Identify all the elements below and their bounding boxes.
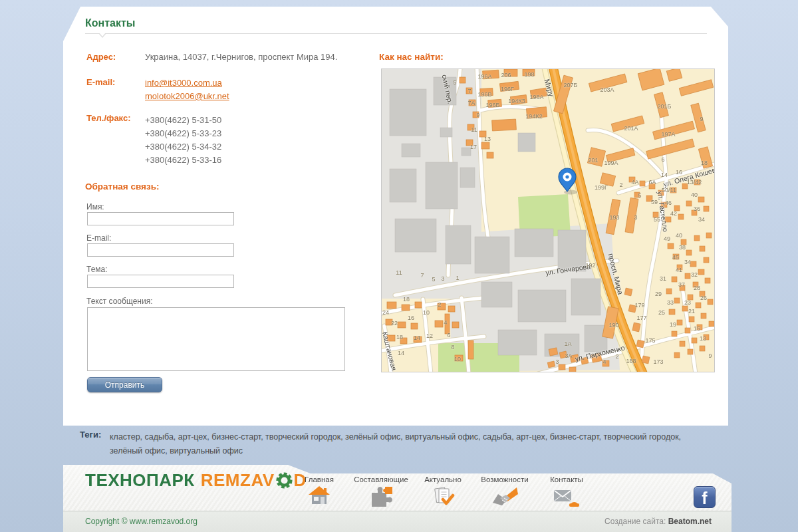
copyright-bar: Copyright © www.remzavod.org Создание са… bbox=[63, 511, 732, 532]
credits-label: Создание сайта: bbox=[604, 517, 666, 526]
nav-label: Возможности bbox=[475, 475, 535, 483]
phone-number: +380(4622) 5-33-23 bbox=[145, 128, 221, 138]
handshake-icon bbox=[491, 485, 518, 507]
map[interactable]: Мирупросп. Мираул. Гончароваул. Пархомен… bbox=[381, 68, 715, 372]
home-icon bbox=[307, 485, 331, 507]
copyright-text: Copyright © www.remzavod.org bbox=[85, 517, 198, 526]
nav-item-opportunities[interactable]: Возможности bbox=[475, 475, 535, 509]
name-label: Имя: bbox=[86, 202, 104, 211]
nav-label: Главная bbox=[289, 475, 349, 483]
subject-input[interactable] bbox=[87, 275, 234, 288]
heading-divider bbox=[85, 33, 707, 34]
content-card: Контакты Адрес: Украина, 14037, г.Черниг… bbox=[63, 7, 728, 426]
credits: Создание сайта: Beatom.net bbox=[604, 517, 712, 526]
facebook-letter: f bbox=[702, 489, 707, 507]
email-link-2[interactable]: molotok2006@ukr.net bbox=[145, 91, 229, 101]
footer: ТЕХНОПАРК REMZAV D Главная Составля bbox=[63, 465, 732, 532]
name-input[interactable] bbox=[87, 212, 234, 225]
phone-label: Тел./факс: bbox=[86, 113, 131, 123]
address-label: Адрес: bbox=[86, 52, 116, 62]
logo-text-remzav: REMZAV bbox=[201, 470, 275, 491]
nav-item-components[interactable]: Составляющие bbox=[351, 475, 411, 509]
phone-number: +380(4622) 5-31-50 bbox=[145, 115, 221, 125]
tags-label: Теги: bbox=[80, 430, 101, 440]
envelope-phone-icon bbox=[553, 485, 580, 507]
email-link-1[interactable]: info@it3000.com.ua bbox=[145, 78, 222, 88]
email-input[interactable] bbox=[87, 243, 234, 257]
document-check-icon bbox=[431, 485, 455, 507]
nav-label: Контакты bbox=[537, 475, 597, 483]
tags-text: кластер, садыба, арт-цех, бизнес-старт, … bbox=[110, 430, 687, 458]
logo[interactable]: ТЕХНОПАРК REMZAV D bbox=[85, 470, 307, 491]
page-title: Контакты bbox=[85, 17, 135, 29]
phone-number: +380(4622) 5-33-16 bbox=[145, 155, 221, 165]
nav-item-news[interactable]: Актуально bbox=[413, 475, 473, 509]
message-textarea[interactable] bbox=[87, 307, 345, 371]
nav-label: Составляющие bbox=[351, 475, 411, 483]
nav-label: Актуально bbox=[413, 475, 473, 483]
map-heading: Как нас найти: bbox=[379, 52, 444, 62]
footer-nav: Главная Составляющие Актуально bbox=[289, 475, 597, 509]
message-label: Текст сообщения: bbox=[86, 297, 152, 306]
feedback-heading: Обратная связь: bbox=[85, 182, 160, 192]
map-image bbox=[382, 69, 714, 372]
nav-item-contacts[interactable]: Контакты bbox=[537, 475, 597, 509]
credits-link[interactable]: Beatom.net bbox=[668, 517, 712, 526]
address-value: Украина, 14037, г.Чернигов, проспект Мир… bbox=[145, 52, 337, 62]
facebook-icon[interactable]: f bbox=[694, 486, 716, 508]
send-button[interactable]: Отправить bbox=[87, 377, 162, 392]
email-field-label: E-mail: bbox=[86, 233, 111, 243]
logo-text-technopark: ТЕХНОПАРК bbox=[85, 470, 195, 491]
email-label: E-mail: bbox=[86, 77, 115, 87]
nav-item-home[interactable]: Главная bbox=[289, 475, 349, 509]
phone-number: +380(4622) 5-34-32 bbox=[145, 142, 221, 152]
puzzle-icon bbox=[369, 485, 393, 507]
subject-label: Тема: bbox=[86, 265, 108, 274]
page: Контакты Адрес: Украина, 14037, г.Черниг… bbox=[0, 0, 798, 532]
